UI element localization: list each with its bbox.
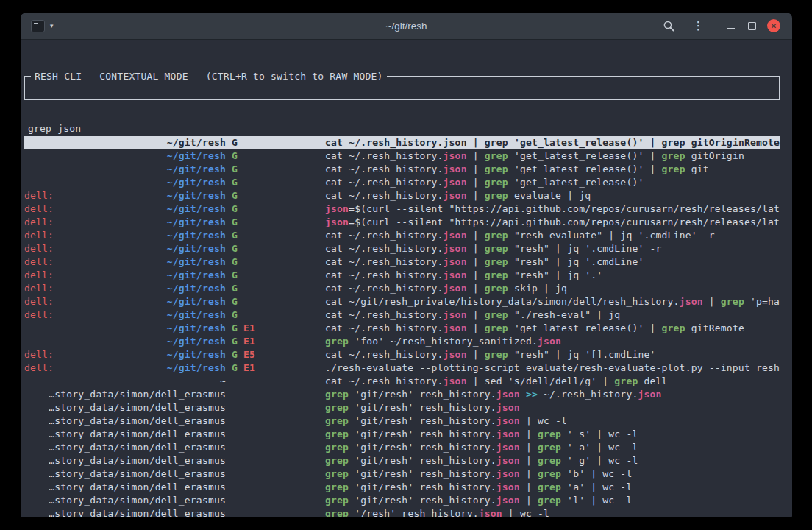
restore-button[interactable] xyxy=(748,22,756,30)
directory-label: ~/git/resh xyxy=(167,216,226,229)
flags-column xyxy=(226,428,325,441)
match-highlight: >> xyxy=(526,389,538,400)
directory-label: ~/git/resh xyxy=(167,176,226,189)
history-row[interactable]: dell:~/git/reshGcat ~/git/resh_private/h… xyxy=(24,295,780,308)
history-row[interactable]: ~/git/reshG E1cat ~/.resh_history.json |… xyxy=(24,322,780,335)
history-row[interactable]: dell:~/git/reshGcat ~/.resh_history.json… xyxy=(24,282,780,295)
history-row[interactable]: ~/git/reshG E1grep 'foo' ~/resh_history_… xyxy=(24,335,780,348)
terminal-window: ▾ ~/git/resh ⋮ ✕ xyxy=(21,13,792,517)
match-highlight: grep xyxy=(485,256,508,267)
directory-label: ~/git/resh xyxy=(167,163,226,176)
minimize-button[interactable] xyxy=(727,23,735,29)
match-highlight: grep xyxy=(485,190,508,201)
match-highlight: grep xyxy=(485,177,508,188)
history-row[interactable]: …story_data/simon/dell_erasmusgrep 'git/… xyxy=(24,467,780,481)
directory-label: ~/git/resh xyxy=(167,361,226,375)
history-row[interactable]: ~cat ~/.resh_history.json | sed 's/dell/… xyxy=(24,375,780,388)
directory-label: ~/git/resh xyxy=(167,242,226,255)
match-highlight: json xyxy=(496,415,520,426)
command-text: grep 'git/resh' resh_history.json | grep… xyxy=(325,494,780,507)
match-highlight: grep xyxy=(325,402,349,413)
history-row[interactable]: dell:~/git/reshGcat ~/.resh_history.json… xyxy=(24,189,780,202)
flags-column xyxy=(226,507,325,517)
close-button[interactable]: ✕ xyxy=(767,19,780,32)
flag-e1: E1 xyxy=(243,322,255,333)
directory-label: …story_data/simon/dell_erasmus xyxy=(49,507,226,517)
match-highlight: json xyxy=(479,508,502,517)
flag-g: G xyxy=(232,203,238,214)
history-row[interactable]: dell:~/git/reshG E5cat ~/.resh_history.j… xyxy=(24,348,780,361)
flag-g: G xyxy=(232,309,238,320)
flag-g: G xyxy=(232,322,238,333)
match-highlight: grep xyxy=(721,296,744,307)
history-list: ~/git/reshGcat ~/.resh_history.json | gr… xyxy=(24,136,780,517)
match-highlight: json xyxy=(496,468,520,479)
command-text: grep 'git/resh' resh_history.json xyxy=(325,401,780,414)
command-text: cat ~/.resh_history.json | grep 'get_lat… xyxy=(325,163,780,176)
history-row[interactable]: …story_data/simon/dell_erasmusgrep 'git/… xyxy=(24,494,780,507)
directory-label: ~ xyxy=(220,375,226,388)
match-highlight: grep xyxy=(538,495,561,506)
directory-label: …story_data/simon/dell_erasmus xyxy=(49,454,226,467)
command-text: cat ~/.resh_history.json | grep "resh" |… xyxy=(325,348,780,361)
directory-label: …story_data/simon/dell_erasmus xyxy=(49,441,226,454)
directory-label: …story_data/simon/dell_erasmus xyxy=(49,481,226,494)
history-row[interactable]: dell:~/git/reshGjson=$(curl --silent "ht… xyxy=(24,216,780,229)
flags-column: G xyxy=(226,282,325,295)
history-row[interactable]: …story_data/simon/dell_erasmusgrep 'git/… xyxy=(24,401,780,414)
host-label: dell: xyxy=(24,269,54,282)
history-row[interactable]: …story_data/simon/dell_erasmusgrep 'git/… xyxy=(24,454,780,467)
flags-column xyxy=(226,454,325,467)
history-row[interactable]: ~/git/reshGcat ~/.resh_history.json | gr… xyxy=(24,176,780,189)
titlebar[interactable]: ▾ ~/git/resh ⋮ ✕ xyxy=(21,13,792,40)
command-text: grep 'git/resh' resh_history.json | grep… xyxy=(325,454,780,467)
new-terminal-button[interactable]: ▾ xyxy=(29,18,55,34)
directory-label: ~/git/resh xyxy=(167,295,226,308)
row-left-columns: dell:~/git/resh xyxy=(24,282,226,295)
command-text: cat ~/.resh_history.json | grep 'get_lat… xyxy=(325,176,780,189)
flags-column: G E5 xyxy=(226,348,325,361)
history-row[interactable]: ~/git/reshGcat ~/.resh_history.json | gr… xyxy=(24,163,780,176)
match-highlight: grep xyxy=(325,495,349,506)
row-left-columns: …story_data/simon/dell_erasmus xyxy=(24,414,226,428)
command-text: grep 'git/resh' resh_history.json | grep… xyxy=(325,481,780,494)
history-row[interactable]: …story_data/simon/dell_erasmusgrep 'git/… xyxy=(24,388,780,401)
search-query-input[interactable]: grep json xyxy=(28,122,779,135)
flags-column: G xyxy=(226,295,325,308)
history-row[interactable]: …story_data/simon/dell_erasmusgrep 'git/… xyxy=(24,414,780,428)
history-row[interactable]: dell:~/git/reshGcat ~/.resh_history.json… xyxy=(24,308,780,322)
command-text: cat ~/.resh_history.json | grep evaluate… xyxy=(325,189,780,202)
flags-column xyxy=(226,375,325,388)
history-row[interactable]: dell:~/git/reshGcat ~/.resh_history.json… xyxy=(24,242,780,255)
search-button[interactable] xyxy=(663,20,675,32)
row-left-columns: …story_data/simon/dell_erasmus xyxy=(24,441,226,454)
match-highlight: json xyxy=(444,322,467,333)
match-highlight: json xyxy=(444,309,467,320)
command-text: cat ~/git/resh_private/history_data/simo… xyxy=(325,295,780,308)
history-row[interactable]: dell:~/git/reshGcat ~/.resh_history.json… xyxy=(24,269,780,282)
history-row[interactable]: …story_data/simon/dell_erasmusgrep 'git/… xyxy=(24,481,780,494)
match-highlight: json xyxy=(496,402,520,413)
history-row[interactable]: dell:~/git/reshGjson=$(curl --silent "ht… xyxy=(24,202,780,216)
match-highlight: json xyxy=(325,203,349,214)
command-text: cat ~/.resh_history.json | grep "resh" |… xyxy=(325,269,780,282)
history-row[interactable]: dell:~/git/reshGcat ~/.resh_history.json… xyxy=(24,229,780,242)
match-highlight: grep xyxy=(325,468,349,479)
host-label: dell: xyxy=(24,282,54,295)
history-row[interactable]: dell:~/git/reshG E1./resh-evaluate --plo… xyxy=(24,361,780,375)
flags-column: G xyxy=(226,216,325,229)
menu-button[interactable]: ⋮ xyxy=(693,19,704,32)
flags-column: G xyxy=(226,308,325,322)
history-row[interactable]: …story_data/simon/dell_erasmusgrep 'git/… xyxy=(24,441,780,454)
panel-title: RESH CLI - CONTEXTUAL MODE - (CTRL+R to … xyxy=(31,70,387,83)
row-left-columns: …story_data/simon/dell_erasmus xyxy=(24,467,226,481)
history-row[interactable]: …story_data/simon/dell_erasmusgrep '/res… xyxy=(24,507,780,517)
row-left-columns: ~/git/resh xyxy=(24,176,226,189)
flags-column: G E1 xyxy=(226,361,325,375)
history-row[interactable]: dell:~/git/reshGcat ~/.resh_history.json… xyxy=(24,255,780,269)
match-highlight: grep xyxy=(485,163,508,174)
directory-label: ~/git/resh xyxy=(167,335,226,348)
history-row[interactable]: …story_data/simon/dell_erasmusgrep 'git/… xyxy=(24,428,780,441)
kebab-menu-icon: ⋮ xyxy=(693,19,704,32)
directory-label: …story_data/simon/dell_erasmus xyxy=(49,388,226,401)
